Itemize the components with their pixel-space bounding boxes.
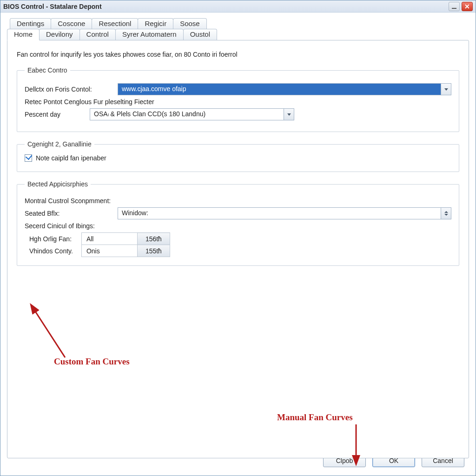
label-high-orlig: Hgh Orlig Fan: [25, 233, 81, 245]
value-high-orlig[interactable]: All [81, 233, 137, 245]
intro-text: Fan control for inqurify les yos takes p… [17, 51, 459, 58]
minimize-icon [452, 8, 456, 9]
close-icon: ✕ [464, 3, 470, 10]
group-eabec-legend: Eabec Contro [25, 66, 70, 74]
dropdown-dellctx-value: www.cjaa.comve ofaip [118, 84, 441, 95]
text-retec: Retec Pontot Cenglous Fur pleselting Fie… [25, 98, 451, 106]
dropdown-seated-spinner[interactable] [441, 208, 451, 219]
tab-regicir[interactable]: Regicir [138, 18, 173, 29]
tab-oustol[interactable]: Oustol [183, 29, 217, 40]
tab-syrer-automatern[interactable]: Syrer Automatern [115, 29, 184, 40]
dropdown-seated[interactable]: Winidow: [118, 207, 451, 219]
group-cgenight-legend: Cgenight 2, Ganallinie [25, 140, 94, 148]
label-pescent-day: Pescent day [25, 111, 85, 118]
dropdown-pescent-day-value: OSAₗ & Plels Clan CCD(s 180 Landnu) [90, 109, 284, 120]
chevron-down-icon [287, 113, 291, 116]
button-high-orlig[interactable]: 156tħ [137, 233, 170, 245]
tab-resectionl[interactable]: Resectionl [92, 18, 138, 29]
content-area: Dentings Coscone Resectionl Regicir Soos… [0, 13, 476, 476]
group-eabec: Eabec Contro Dellctx on Foris Contol: ww… [17, 66, 459, 132]
tab-dentings[interactable]: Dentings [10, 18, 51, 29]
table-row: Hgh Orlig Fan: All 156tħ [25, 233, 170, 245]
chevron-down-icon [444, 88, 448, 91]
group-bected-legend: Bected Appicisrphies [25, 180, 91, 188]
tab-panel: Fan control for inqurify les yos takes p… [7, 40, 469, 458]
value-vhindos[interactable]: Onis [81, 245, 137, 257]
annotation-custom-fan-curves: Custom Fan Curves [54, 357, 130, 367]
label-seated: Seated Bflx: [25, 210, 113, 217]
group-cgenight: Cgenight 2, Ganallinie Note caipld fan i… [17, 140, 459, 172]
tab-home[interactable]: Home [7, 29, 40, 40]
tab-soose[interactable]: Soose [173, 18, 207, 29]
tab-devilony[interactable]: Devilony [39, 29, 80, 40]
close-button[interactable]: ✕ [462, 2, 473, 11]
tabs-bottom-row: Home Devilony Control Syrer Automatern O… [7, 29, 469, 40]
button-vhindos[interactable]: 155tħ [137, 245, 170, 257]
text-secerd: Secerd Cinicul of Ibings: [25, 222, 451, 230]
minimize-button[interactable] [449, 2, 460, 11]
checkbox-box [25, 154, 32, 162]
label-vhindos: Vhindos Conty. [25, 245, 81, 257]
group-bected: Bected Appicisrphies Montral Custrol Sco… [17, 180, 459, 266]
label-dellctx: Dellctx on Foris Contol: [25, 86, 113, 93]
checkbox-label: Note caipld fan ipenaber [36, 154, 106, 162]
text-montral: Montral Custrol Sconpmment: [25, 197, 451, 205]
dropdown-seated-value: Winidow: [118, 208, 441, 219]
app-window: BIOS Control - Statalare Depont ✕ Dentin… [0, 0, 476, 476]
dropdown-pescent-day-button[interactable] [284, 109, 294, 120]
fan-table: Hgh Orlig Fan: All 156tħ Vhindos Conty. … [25, 232, 170, 257]
table-row: Vhindos Conty. Onis 155tħ [25, 245, 170, 257]
dropdown-dellctx[interactable]: www.cjaa.comve ofaip [118, 83, 451, 95]
dropdown-dellctx-button[interactable] [441, 84, 451, 95]
titlebar: BIOS Control - Statalare Depont ✕ [0, 0, 476, 13]
tab-coscone[interactable]: Coscone [51, 18, 92, 29]
dropdown-pescent-day[interactable]: OSAₗ & Plels Clan CCD(s 180 Landnu) [90, 108, 294, 120]
annotation-manual-fan-curves: Manual Fan Curves [277, 412, 353, 423]
arrow-custom [29, 306, 80, 364]
window-title: BIOS Control - Statalare Depont [3, 3, 102, 10]
tab-control[interactable]: Control [79, 29, 116, 40]
tabs-top-row: Dentings Coscone Resectionl Regicir Soos… [10, 18, 469, 29]
checkbox-note-caipld[interactable]: Note caipld fan ipenaber [25, 154, 106, 162]
svg-line-0 [34, 310, 65, 357]
